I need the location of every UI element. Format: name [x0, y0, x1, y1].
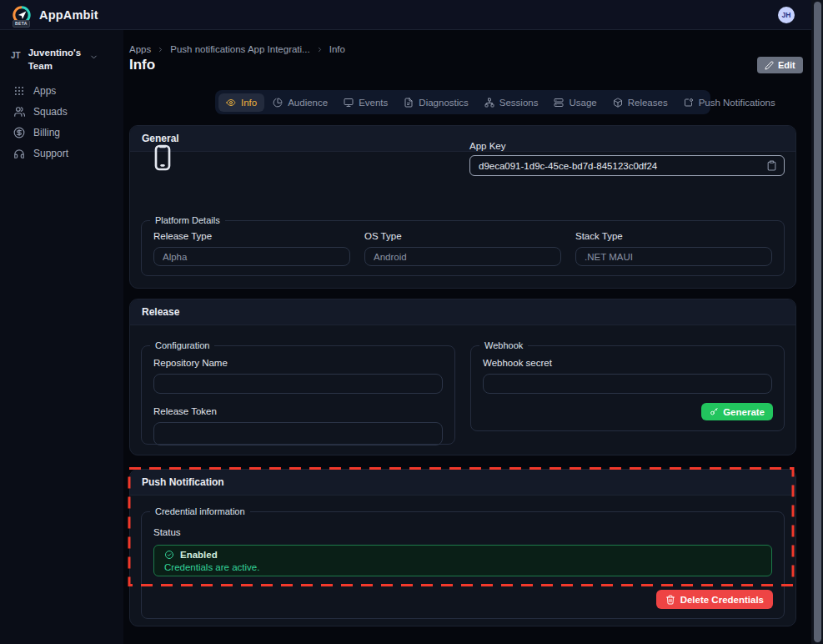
- edit-button-label: Edit: [778, 60, 795, 70]
- sidebar: JT Juventino's Team AppsSquadsBillingSup…: [0, 30, 123, 644]
- network-icon: [484, 98, 494, 108]
- brand-name: AppAmbit: [39, 8, 98, 22]
- chevron-right-icon: [316, 46, 324, 53]
- tab-label: Info: [241, 98, 257, 108]
- page-title: Info: [129, 57, 155, 73]
- pencil-icon: [765, 61, 774, 70]
- platform-field-label: OS Type: [364, 231, 561, 241]
- tab-label: Releases: [628, 98, 668, 108]
- appambit-logo: BETA: [12, 5, 32, 25]
- breadcrumb-item-apps[interactable]: Apps: [129, 44, 151, 54]
- webhook-secret-input[interactable]: [483, 374, 772, 394]
- beta-badge: BETA: [13, 20, 30, 28]
- scrollbar-thumb[interactable]: [814, 2, 821, 642]
- general-card-header: General: [130, 126, 795, 152]
- sidebar-nav: AppsSquadsBillingSupport: [0, 80, 123, 164]
- pie-chart-icon: [273, 98, 283, 108]
- users-icon: [13, 106, 25, 118]
- key-icon: [710, 407, 719, 416]
- tab-label: Sessions: [499, 98, 539, 108]
- status-label: Status: [153, 527, 772, 537]
- sidebar-item-squads[interactable]: Squads: [0, 101, 123, 122]
- platform-field-label: Release Type: [153, 231, 350, 241]
- stack-type-input[interactable]: [575, 247, 772, 266]
- release-type-input[interactable]: [153, 247, 350, 266]
- generate-button-label: Generate: [723, 407, 765, 417]
- sidebar-item-apps[interactable]: Apps: [0, 80, 123, 101]
- delete-credentials-label: Delete Credentials: [680, 595, 764, 605]
- smartphone-icon: [149, 138, 176, 177]
- tab-diagnostics[interactable]: Diagnostics: [396, 93, 475, 112]
- webhook-fieldset: Webhook Webhook secret Generate: [470, 340, 785, 431]
- release-card-header: Release: [130, 299, 795, 325]
- platform-details-legend: Platform Details: [150, 215, 225, 225]
- sidebar-item-label: Support: [33, 148, 68, 159]
- platform-details-fieldset: Platform Details Release TypeOS TypeStac…: [141, 215, 785, 276]
- platform-field-stack-type: Stack Type: [575, 231, 772, 266]
- app-screen: BETA AppAmbit JH JT Juventino's Team App…: [0, 0, 823, 644]
- chevron-down-icon: [89, 53, 98, 62]
- platform-fields: Release TypeOS TypeStack Type: [153, 225, 772, 266]
- dollar-circle-icon: [13, 127, 25, 138]
- monitor-icon: [344, 98, 354, 108]
- breadcrumb-item-info: Info: [329, 44, 345, 54]
- credential-information-fieldset: Credential information Status Enabled Cr…: [141, 506, 785, 619]
- eye-icon: [226, 98, 236, 108]
- topbar: BETA AppAmbit JH: [0, 0, 823, 30]
- release-token-input[interactable]: [153, 422, 443, 445]
- server-icon: [554, 98, 564, 108]
- check-circle-icon: [164, 550, 174, 560]
- general-card: General App Key Platform Details Release…: [129, 125, 796, 289]
- trash-icon: [665, 595, 675, 605]
- sidebar-item-label: Apps: [33, 85, 56, 97]
- tab-label: Push Notifications: [699, 98, 775, 108]
- tab-releases[interactable]: Releases: [605, 93, 675, 112]
- tab-events[interactable]: Events: [336, 93, 395, 112]
- status-badge: Enabled Credentials are active.: [153, 545, 772, 576]
- breadcrumb: AppsPush notifications App Integrati...I…: [129, 44, 345, 54]
- sidebar-item-support[interactable]: Support: [0, 143, 123, 164]
- sidebar-item-billing[interactable]: Billing: [0, 122, 123, 143]
- platform-field-release-type: Release Type: [153, 231, 350, 266]
- headphones-icon: [13, 148, 25, 159]
- scrollbar-track[interactable]: [811, 0, 823, 644]
- os-type-input[interactable]: [364, 247, 561, 266]
- release-token-label: Release Token: [153, 406, 443, 416]
- breadcrumb-item-push-notifications-app-integrati[interactable]: Push notifications App Integrati...: [170, 44, 310, 54]
- platform-field-os-type: OS Type: [364, 231, 561, 266]
- tab-sessions[interactable]: Sessions: [477, 93, 546, 112]
- app-key-row: [469, 155, 785, 176]
- notification-icon: [684, 98, 694, 108]
- chevron-right-icon: [157, 46, 164, 53]
- tab-info[interactable]: Info: [218, 93, 264, 112]
- tab-push-notifications[interactable]: Push Notifications: [676, 93, 783, 112]
- push-card-header: Push Notification: [130, 470, 795, 496]
- app-key-input[interactable]: [469, 155, 785, 176]
- sidebar-item-label: Billing: [33, 127, 60, 138]
- push-notification-card: Push Notification Credential information…: [129, 469, 796, 626]
- package-icon: [613, 98, 623, 108]
- grid-icon: [13, 85, 25, 97]
- user-avatar[interactable]: JH: [778, 7, 795, 23]
- file-text-icon: [404, 98, 414, 108]
- webhook-legend: Webhook: [479, 340, 528, 350]
- tab-usage[interactable]: Usage: [546, 93, 604, 112]
- repository-name-input[interactable]: [153, 374, 443, 394]
- tab-bar: InfoAudienceEventsDiagnosticsSessionsUsa…: [215, 90, 710, 114]
- tab-audience[interactable]: Audience: [265, 93, 335, 112]
- status-value: Enabled: [180, 550, 218, 560]
- team-name: Juventino's Team: [28, 47, 82, 73]
- sidebar-item-label: Squads: [33, 106, 68, 118]
- copy-icon[interactable]: [766, 160, 777, 171]
- tab-label: Usage: [569, 98, 596, 108]
- repository-name-label: Repository Name: [153, 358, 443, 368]
- webhook-secret-label: Webhook secret: [483, 358, 772, 368]
- configuration-legend: Configuration: [150, 340, 214, 350]
- generate-button[interactable]: Generate: [701, 403, 773, 420]
- team-selector[interactable]: JT Juventino's Team: [11, 47, 114, 73]
- release-card: Release Configuration Repository Name Re…: [129, 299, 796, 455]
- credential-information-legend: Credential information: [150, 506, 250, 516]
- delete-credentials-button[interactable]: Delete Credentials: [656, 590, 773, 609]
- edit-button[interactable]: Edit: [757, 57, 803, 73]
- app-key-label: App Key: [469, 141, 505, 151]
